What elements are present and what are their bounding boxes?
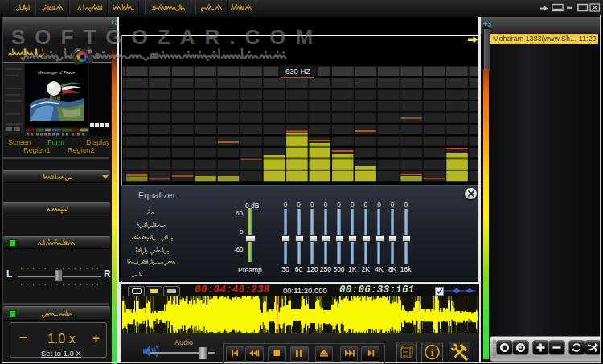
svg-text:World: World [49, 96, 59, 100]
svg-text:i: i [430, 346, 433, 358]
svg-text:Messenger of Peace: Messenger of Peace [38, 70, 75, 75]
